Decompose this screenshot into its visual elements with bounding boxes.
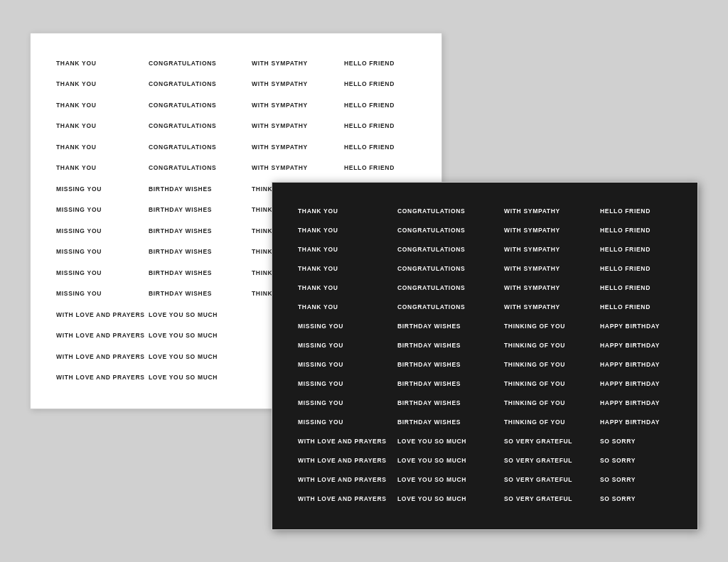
grid-cell: WITH SYMPATHY: [501, 222, 597, 241]
cell-label: THANK YOU: [298, 284, 338, 292]
grid-cell: THINKING OF YOU: [501, 356, 597, 375]
cell-label: HAPPY BIRTHDAY: [600, 399, 660, 407]
grid-cell: THANK YOU: [53, 158, 146, 179]
grid-cell: CONGRATULATIONS: [395, 202, 501, 222]
grid-cell: WITH SYMPATHY: [249, 53, 341, 75]
cell-label: HELLO FRIEND: [344, 164, 395, 172]
cell-label: WITH SYMPATHY: [252, 122, 308, 130]
grid-cell: BIRTHDAY WISHES: [395, 356, 501, 375]
cell-label: SO VERY GRATEFUL: [504, 457, 572, 465]
cell-label: MISSING YOU: [298, 418, 343, 426]
cell-label: BIRTHDAY WISHES: [149, 185, 212, 193]
grid-cell: WITH SYMPATHY: [501, 241, 597, 260]
grid-cell: BIRTHDAY WISHES: [146, 179, 249, 200]
grid-cell: WITH LOVE AND PRAYERS: [53, 305, 146, 326]
grid-cell: BIRTHDAY WISHES: [146, 200, 249, 221]
cell-label: CONGRATULATIONS: [149, 144, 216, 151]
grid-cell: WITH LOVE AND PRAYERS: [53, 325, 146, 347]
grid-cell: THANK YOU: [295, 279, 395, 298]
grid-cell: SO VERY GRATEFUL: [501, 471, 597, 490]
cell-label: WITH LOVE AND PRAYERS: [298, 438, 387, 445]
grid-cell: LOVE YOU SO MUCH: [146, 325, 249, 347]
grid-cell: THANK YOU: [295, 241, 395, 260]
grid-cell: THANK YOU: [295, 260, 395, 279]
cell-label: HAPPY BIRTHDAY: [600, 342, 660, 350]
cell-label: WITH LOVE AND PRAYERS: [56, 311, 145, 319]
grid-cell: HELLO FRIEND: [597, 202, 682, 222]
grid-cell: CONGRATULATIONS: [146, 95, 249, 117]
black-card-grid: THANK YOUCONGRATULATIONSWITH SYMPATHYHEL…: [295, 202, 675, 509]
grid-cell: MISSING YOU: [295, 414, 395, 433]
grid-cell: SO SORRY: [597, 490, 682, 509]
grid-cell: WITH LOVE AND PRAYERS: [295, 490, 395, 509]
grid-cell: THINKING OF YOU: [501, 414, 597, 433]
grid-cell: HAPPY BIRTHDAY: [597, 394, 682, 414]
cell-label: HELLO FRIEND: [600, 246, 651, 254]
cell-label: MISSING YOU: [298, 342, 343, 350]
grid-cell: CONGRATULATIONS: [395, 241, 501, 260]
cell-label: CONGRATULATIONS: [397, 265, 465, 273]
grid-cell: LOVE YOU SO MUCH: [395, 452, 501, 471]
cell-label: BIRTHDAY WISHES: [149, 269, 212, 277]
cell-label: LOVE YOU SO MUCH: [397, 457, 466, 465]
cell-label: SO SORRY: [600, 438, 636, 445]
cell-label: MISSING YOU: [56, 185, 102, 193]
grid-cell: BIRTHDAY WISHES: [395, 318, 501, 337]
cell-label: CONGRATULATIONS: [397, 303, 465, 311]
grid-cell: HELLO FRIEND: [341, 95, 434, 117]
cell-label: WITH SYMPATHY: [504, 207, 560, 215]
grid-cell: HAPPY BIRTHDAY: [597, 375, 682, 394]
grid-cell: HAPPY BIRTHDAY: [597, 318, 682, 337]
black-card: THANK YOUCONGRATULATIONSWITH SYMPATHYHEL…: [272, 182, 698, 530]
grid-cell: BIRTHDAY WISHES: [146, 221, 249, 242]
grid-cell: HELLO FRIEND: [597, 279, 682, 298]
grid-cell: CONGRATULATIONS: [146, 116, 249, 137]
cell-label: BIRTHDAY WISHES: [397, 323, 461, 330]
grid-cell: THANK YOU: [295, 202, 395, 222]
cell-label: LOVE YOU SO MUCH: [149, 311, 218, 319]
cell-label: BIRTHDAY WISHES: [149, 248, 212, 256]
grid-cell: WITH SYMPATHY: [249, 74, 341, 95]
cell-label: SO SORRY: [600, 457, 636, 465]
grid-cell: SO VERY GRATEFUL: [501, 452, 597, 471]
grid-cell: THANK YOU: [295, 222, 395, 241]
grid-cell: THINKING OF YOU: [501, 318, 597, 337]
cell-label: WITH SYMPATHY: [252, 60, 308, 67]
cell-label: MISSING YOU: [56, 269, 102, 277]
grid-cell: SO SORRY: [597, 452, 682, 471]
grid-cell: WITH SYMPATHY: [501, 298, 597, 318]
cell-label: THANK YOU: [56, 80, 97, 88]
cell-label: LOVE YOU SO MUCH: [397, 438, 466, 445]
cell-label: HELLO FRIEND: [600, 207, 651, 215]
cell-label: WITH LOVE AND PRAYERS: [56, 353, 145, 361]
cell-label: SO SORRY: [600, 476, 636, 484]
cell-label: THINKING OF YOU: [504, 342, 565, 350]
grid-cell: HELLO FRIEND: [341, 137, 434, 158]
grid-cell: SO VERY GRATEFUL: [501, 433, 597, 452]
cell-label: SO SORRY: [600, 495, 636, 503]
grid-cell: THINKING OF YOU: [501, 375, 597, 394]
grid-cell: MISSING YOU: [53, 179, 146, 200]
grid-cell: MISSING YOU: [53, 283, 146, 305]
cell-label: HAPPY BIRTHDAY: [600, 361, 660, 369]
cell-label: LOVE YOU SO MUCH: [149, 332, 218, 340]
cell-label: MISSING YOU: [298, 323, 343, 330]
grid-cell: LOVE YOU SO MUCH: [146, 347, 249, 368]
cell-label: LOVE YOU SO MUCH: [397, 495, 466, 503]
grid-cell: THINKING OF YOU: [501, 394, 597, 414]
cell-label: CONGRATULATIONS: [149, 60, 216, 67]
cell-label: MISSING YOU: [56, 227, 102, 235]
grid-cell: WITH SYMPATHY: [501, 202, 597, 222]
cell-label: WITH SYMPATHY: [504, 284, 560, 292]
cell-label: HELLO FRIEND: [344, 60, 395, 67]
scene: THANK YOUCONGRATULATIONSWITH SYMPATHYHEL…: [30, 33, 698, 530]
grid-cell: MISSING YOU: [53, 221, 146, 242]
grid-cell: MISSING YOU: [53, 242, 146, 263]
cell-label: MISSING YOU: [298, 399, 343, 407]
cell-label: CONGRATULATIONS: [397, 284, 465, 292]
cell-label: CONGRATULATIONS: [397, 227, 465, 234]
cell-label: WITH LOVE AND PRAYERS: [56, 332, 145, 340]
cell-label: THANK YOU: [56, 60, 97, 67]
cell-label: SO VERY GRATEFUL: [504, 438, 572, 445]
grid-cell: WITH SYMPATHY: [249, 137, 341, 158]
